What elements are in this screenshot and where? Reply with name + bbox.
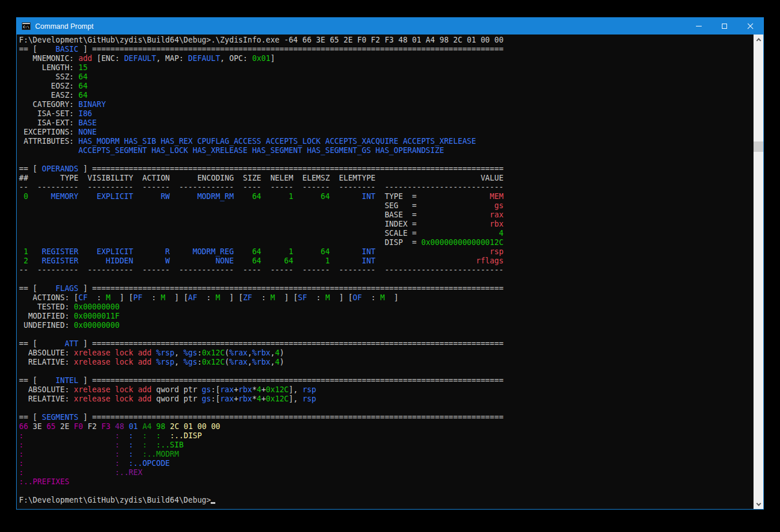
scroll-up-button[interactable] <box>754 35 763 44</box>
terminal-line: ISA-SET: I86 <box>19 109 504 118</box>
terminal-line: == [ FLAGS ] ===========================… <box>19 284 504 293</box>
terminal-line: RELATIVE: xrelease lock add %rsp, %gs:0x… <box>19 358 504 367</box>
minimize-icon <box>696 26 702 26</box>
terminal-line: : : : : : :..DISP <box>19 431 504 441</box>
terminal-line: : : :..OPCODE <box>19 459 504 468</box>
terminal-line: : : : : :..SIB <box>19 441 504 450</box>
terminal-line: ATTRIBUTES: HAS_MODRM HAS_SIB HAS_REX CP… <box>19 137 504 146</box>
terminal-line: EOSZ: 64 <box>19 82 504 91</box>
text-cursor <box>211 502 215 504</box>
terminal-line <box>19 275 504 284</box>
title-bar[interactable]: C:\ Command Prompt <box>17 18 763 35</box>
scroll-down-button[interactable] <box>754 499 763 509</box>
terminal-line: == [ INTEL ] ===========================… <box>19 376 504 385</box>
terminal-line: 2 REGISTER HIDDEN W NONE 64 64 1 INT rfl… <box>19 257 504 266</box>
terminal-line: UNDEFINED: 0x00000000 <box>19 321 504 330</box>
terminal-line: 0 MEMORY EXPLICIT RW MODRM_RM 64 1 64 IN… <box>19 192 504 201</box>
terminal-line <box>19 404 504 413</box>
terminal-line: == [ OPERANDS ] ========================… <box>19 164 504 174</box>
terminal-line: ISA-EXT: BASE <box>19 118 504 128</box>
terminal-line: :..PREFIXES <box>19 477 504 487</box>
terminal-line: 66 3E 65 2E F0 F2 F3 48 01 A4 98 2C 01 0… <box>19 422 504 431</box>
terminal-line: == [ ATT ] =============================… <box>19 339 504 349</box>
terminal-line: ACCEPTS_SEGMENT HAS_LOCK HAS_XRELEASE HA… <box>19 146 504 155</box>
cmd-icon-titlestrip <box>22 23 30 24</box>
terminal-line: LENGTH: 15 <box>19 63 504 72</box>
terminal-line: RELATIVE: xrelease lock add qword ptr gs… <box>19 395 504 404</box>
maximize-icon <box>722 24 727 29</box>
scrollbar-thumb[interactable] <box>754 141 763 152</box>
cmd-icon[interactable]: C:\ <box>22 22 31 30</box>
close-button[interactable] <box>737 18 763 35</box>
terminal-line: -- --------- ---------- ------ ---------… <box>19 266 504 275</box>
terminal-line: EASZ: 64 <box>19 91 504 100</box>
terminal-line: ABSOLUTE: xrelease lock add %rsp, %gs:0x… <box>19 349 504 358</box>
terminal-line <box>19 330 504 339</box>
terminal-line: : : : :..MODRM <box>19 450 504 459</box>
console-area[interactable]: F:\Development\GitHub\zydis\Build64\Debu… <box>17 35 763 509</box>
terminal-line: MNEMONIC: add [ENC: DEFAULT, MAP: DEFAUL… <box>19 54 504 63</box>
terminal-line: CATEGORY: BINARY <box>19 100 504 109</box>
vertical-scrollbar[interactable] <box>754 35 763 509</box>
terminal-line: : :..REX <box>19 468 504 477</box>
chevron-down-icon <box>756 501 760 506</box>
terminal-line: TESTED: 0x00000000 <box>19 303 504 312</box>
window-title: Command Prompt <box>35 22 93 30</box>
minimize-button[interactable] <box>686 18 711 35</box>
terminal-line: MODIFIED: 0x0000011F <box>19 312 504 321</box>
terminal-line: INDEX = rbx <box>19 220 504 229</box>
terminal-line: SEG = gs <box>19 201 504 210</box>
cmd-icon-prompt-text: C:\ <box>23 25 29 29</box>
close-icon <box>747 22 754 30</box>
terminal-line: ABSOLUTE: xrelease lock add qword ptr gs… <box>19 385 504 395</box>
terminal-line: BASE = rax <box>19 210 504 220</box>
terminal-line: SSZ: 64 <box>19 72 504 82</box>
terminal-line: == [ BASIC ] ===========================… <box>19 45 504 54</box>
command-prompt-window: C:\ Command Prompt F:\Development\GitHub… <box>16 17 764 510</box>
maximize-button[interactable] <box>711 18 737 35</box>
terminal-line: 1 REGISTER EXPLICIT R MODRM_REG 64 1 64 … <box>19 247 504 257</box>
terminal-line: F:\Development\GitHub\zydis\Build64\Debu… <box>19 496 504 505</box>
terminal-line: == [ SEGMENTS ] ========================… <box>19 413 504 422</box>
terminal-line: EXCEPTIONS: NONE <box>19 128 504 137</box>
chevron-up-icon <box>756 38 760 43</box>
terminal-line <box>19 155 504 164</box>
terminal-line: ## TYPE VISIBILITY ACTION ENCODING SIZE … <box>19 174 504 183</box>
terminal-line: -- --------- ---------- ------ ---------… <box>19 183 504 192</box>
terminal-line <box>19 367 504 376</box>
terminal-line: SCALE = 4 <box>19 229 504 238</box>
terminal-line: F:\Development\GitHub\zydis\Build64\Debu… <box>19 36 504 45</box>
terminal-line: ACTIONS: [CF : M ] [PF : M ] [AF : M ] [… <box>19 293 504 303</box>
terminal-line <box>19 487 504 496</box>
window-controls <box>686 18 763 35</box>
terminal-line: DISP = 0x000000000000012C <box>19 238 504 247</box>
terminal-output: F:\Development\GitHub\zydis\Build64\Debu… <box>19 36 504 505</box>
